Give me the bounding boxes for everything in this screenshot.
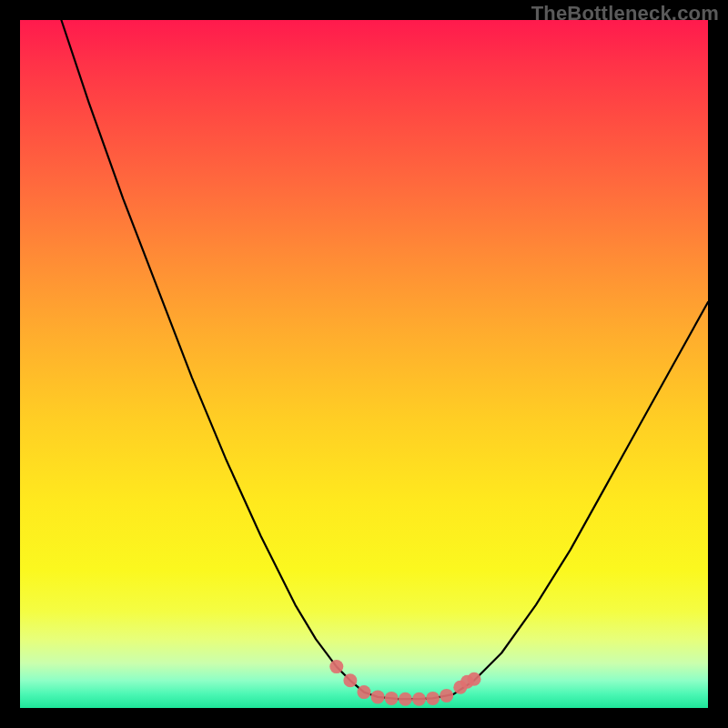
watermark-text: TheBottleneck.com [531, 2, 719, 25]
highlight-dot [343, 673, 357, 687]
highlight-dot [358, 685, 371, 699]
curve-path [61, 20, 708, 699]
highlight-dot [412, 693, 426, 706]
curve-line [61, 20, 708, 699]
highlight-dot [385, 692, 399, 705]
highlight-dot [371, 690, 385, 703]
highlight-dot [329, 660, 343, 673]
highlight-dot [399, 693, 412, 706]
highlight-dot [426, 692, 440, 705]
highlight-dot [468, 672, 481, 686]
chart-overlay-svg [0, 0, 728, 728]
highlight-dot [440, 689, 453, 703]
highlight-markers [329, 660, 480, 706]
chart-frame: TheBottleneck.com [0, 0, 728, 728]
